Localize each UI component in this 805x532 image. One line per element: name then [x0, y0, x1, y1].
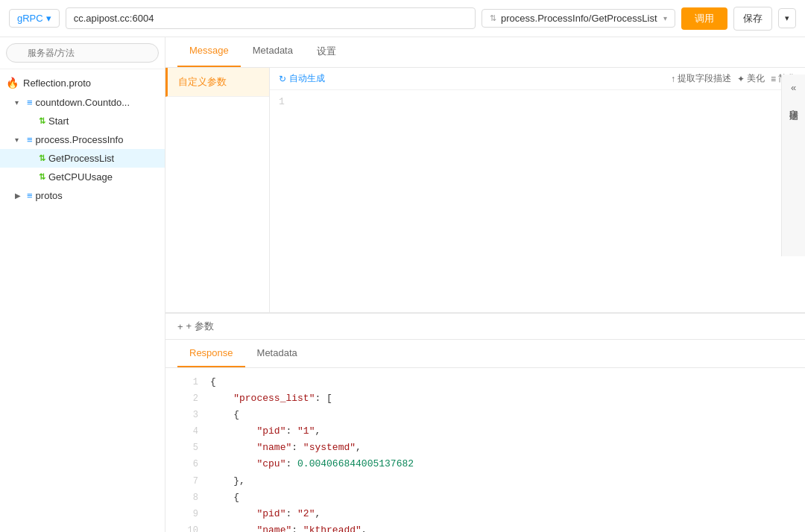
- tree-item-start[interactable]: ⇅ Start: [0, 112, 165, 130]
- save-button[interactable]: 保存: [733, 7, 772, 31]
- auto-gen-label: 自动生成: [289, 72, 325, 85]
- response-line: 3 {: [174, 407, 796, 423]
- plus-icon: +: [177, 321, 183, 332]
- response-line: 9 "pid": "2",: [174, 506, 796, 522]
- getprocesslist-label: GetProcessList: [48, 153, 114, 164]
- message-tabs: Message Metadata 设置: [165, 37, 805, 68]
- method-icon-getprocesslist: ⇅: [39, 153, 45, 163]
- json-key: "cpu": [256, 456, 285, 472]
- service-icon-protos: ≡: [27, 190, 33, 201]
- extract-fields-button[interactable]: ↑ 提取字段描述: [671, 72, 731, 85]
- sidebar: 🔍 🔥 Reflection.proto ▾ ≡ countdown.Count…: [0, 37, 165, 532]
- tree-item-protos[interactable]: ▶ ≡ protos: [0, 186, 165, 205]
- auto-gen-button[interactable]: ↻ 自动生成: [279, 72, 325, 85]
- json-string-value: "2": [297, 506, 315, 522]
- line-number: 8: [174, 490, 198, 505]
- service-icon-countdown: ≡: [27, 97, 33, 108]
- caret-processinfo: ▾: [15, 136, 24, 144]
- json-key: "name": [256, 440, 291, 456]
- caret-protos: ▶: [15, 191, 24, 200]
- tree-item-getprocesslist[interactable]: ⇅ GetProcessList: [0, 149, 165, 168]
- tree-item-getcpuusage[interactable]: ⇅ GetCPUUsage: [0, 168, 165, 186]
- line-number: 3: [174, 408, 198, 422]
- json-key: "process_list": [233, 390, 315, 407]
- params-panel: 自定义参数 ↻ 自动生成 ↑ 提取字段描述 ✦: [165, 68, 805, 312]
- line-number: 6: [174, 457, 198, 472]
- line-number: 4: [174, 424, 198, 439]
- beautify-button[interactable]: ✦ 美化: [737, 72, 765, 85]
- response-line: 5 "name": "systemd",: [174, 440, 796, 456]
- processinfo-label: process.ProcessInfo: [36, 134, 124, 145]
- json-string-value: "systemd": [303, 440, 356, 456]
- countdown-label: countdown.Countdo...: [36, 97, 130, 108]
- endpoint-swap-icon: ⇅: [490, 13, 496, 23]
- tree: 🔥 Reflection.proto ▾ ≡ countdown.Countdo…: [0, 69, 165, 532]
- tree-item-countdown[interactable]: ▾ ≡ countdown.Countdo...: [0, 93, 165, 112]
- params-toolbar: ↻ 自动生成 ↑ 提取字段描述 ✦ 美化 ≡: [270, 68, 805, 90]
- collapse-fields-button[interactable]: «: [788, 79, 799, 96]
- endpoint-selector[interactable]: ⇅ process.ProcessInfo/GetProcessList ▾: [482, 9, 675, 28]
- response-line: 1{: [174, 374, 796, 390]
- json-string-value: "1": [297, 423, 315, 440]
- tree-root[interactable]: 🔥 Reflection.proto: [0, 72, 165, 93]
- json-number-value: 0.004066844005137682: [297, 456, 414, 472]
- root-icon: 🔥: [6, 77, 19, 89]
- search-box: 🔍: [0, 37, 165, 69]
- root-label: Reflection.proto: [23, 77, 91, 89]
- tab-message[interactable]: Message: [177, 37, 241, 67]
- line-number: 5: [174, 440, 198, 455]
- line-number: 10: [174, 523, 198, 532]
- json-key: "name": [256, 522, 291, 532]
- json-key: "pid": [256, 423, 285, 440]
- response-line: 7 },: [174, 473, 796, 490]
- extract-icon: ↑: [671, 74, 675, 84]
- line-number: 9: [174, 507, 198, 522]
- protos-label: protos: [36, 190, 63, 201]
- field-panel: « 字段描述: [781, 75, 805, 256]
- refresh-icon: ↻: [279, 74, 286, 84]
- endpoint-label: process.ProcessInfo/GetProcessList: [501, 13, 660, 24]
- response-body[interactable]: 1{2 "process_list": [3 {4 "pid": "1",5 "…: [165, 368, 805, 532]
- response-line: 2 "process_list": [: [174, 390, 796, 407]
- top-bar: gRPC ▾ ⇅ process.ProcessInfo/GetProcessL…: [0, 0, 805, 37]
- line-number: 2: [174, 391, 198, 406]
- code-area[interactable]: 1: [270, 90, 805, 312]
- response-section: Response Metadata 1{2 "process_list": [3…: [165, 340, 805, 532]
- tree-item-processinfo[interactable]: ▾ ≡ process.ProcessInfo: [0, 130, 165, 149]
- line-number-1: 1: [279, 96, 285, 107]
- response-tabs: Response Metadata: [165, 340, 805, 368]
- tab-response[interactable]: Response: [177, 340, 245, 367]
- beautify-icon: ✦: [737, 74, 745, 84]
- tab-response-metadata[interactable]: Metadata: [245, 340, 309, 367]
- grpc-label: gRPC: [17, 13, 43, 24]
- field-label: 字段描述: [787, 102, 800, 105]
- url-input[interactable]: [66, 7, 476, 29]
- custom-params-item[interactable]: 自定义参数: [165, 68, 269, 97]
- endpoint-dropdown-icon: ▾: [663, 14, 667, 22]
- response-line: 10 "name": "kthreadd",: [174, 522, 796, 532]
- params-left: 自定义参数: [165, 68, 270, 312]
- grpc-dropdown-icon: ▾: [46, 13, 51, 24]
- tab-settings[interactable]: 设置: [305, 37, 348, 67]
- line-number: 1: [174, 375, 198, 390]
- params-right: ↻ 自动生成 ↑ 提取字段描述 ✦ 美化 ≡: [270, 68, 805, 312]
- extract-label: 提取字段描述: [678, 72, 731, 85]
- content-area: Message Metadata 设置 自定义参数 ↻ 自动生成: [165, 37, 805, 532]
- json-string-value: "kthreadd": [303, 522, 362, 532]
- json-key: "pid": [256, 506, 285, 522]
- getcpuusage-label: GetCPUUsage: [48, 171, 113, 183]
- line-number: 7: [174, 474, 198, 489]
- response-line: 6 "cpu": 0.004066844005137682: [174, 456, 796, 472]
- grpc-selector[interactable]: gRPC ▾: [9, 9, 60, 28]
- save-dropdown-button[interactable]: ▾: [778, 8, 796, 28]
- method-icon-start: ⇅: [39, 116, 45, 126]
- method-icon-getcpuusage: ⇅: [39, 172, 45, 182]
- invoke-button[interactable]: 调用: [681, 7, 727, 30]
- add-param-area[interactable]: + + 参数: [165, 313, 805, 340]
- search-input[interactable]: [6, 43, 159, 63]
- caret-countdown: ▾: [15, 98, 24, 107]
- tab-metadata[interactable]: Metadata: [241, 37, 305, 67]
- beautify-label: 美化: [747, 72, 765, 85]
- main-layout: 🔍 🔥 Reflection.proto ▾ ≡ countdown.Count…: [0, 37, 805, 532]
- start-label: Start: [48, 115, 69, 127]
